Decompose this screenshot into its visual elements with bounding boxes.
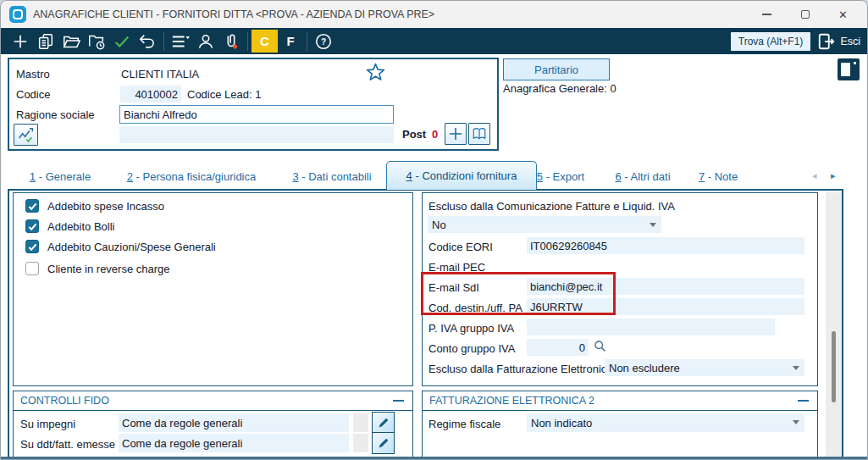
escluso-comunicazione-select[interactable]: No	[428, 216, 661, 233]
tab-altri-dati[interactable]: 6 - Altri dati	[605, 163, 681, 189]
checkbox-addebito-cauzioni[interactable]	[25, 240, 39, 253]
conto-gruppo-label: Conto gruppo IVA	[428, 342, 515, 355]
post-list-button[interactable]	[468, 123, 490, 145]
partitario-button[interactable]: Partitario	[503, 58, 610, 80]
selected-value: No	[432, 219, 446, 231]
open-button[interactable]	[58, 30, 84, 53]
search-icon	[593, 339, 607, 353]
check-icon	[28, 222, 37, 231]
undo-button[interactable]	[135, 30, 160, 53]
scrollbar-thumb[interactable]	[832, 331, 836, 402]
tab-number: 4	[406, 169, 412, 182]
collapse-icon[interactable]	[798, 400, 809, 402]
tab-condizioni-fornitura[interactable]: 4 - Condizioni fornitura	[386, 161, 537, 190]
tab-note[interactable]: 7 - Note	[688, 163, 748, 189]
selected-value: Non escludere	[609, 362, 680, 374]
ragione-sociale-label: Ragione sociale	[16, 108, 95, 121]
tab-export[interactable]: 5 - Export	[527, 163, 594, 189]
contacts-button[interactable]	[193, 30, 218, 53]
statistics-button[interactable]	[14, 124, 38, 146]
controlli-fido-section: CONTROLLI FIDO Su impegni Come da regole…	[13, 391, 413, 460]
attachments-button[interactable]	[218, 30, 244, 53]
checkbox-addebito-spese-incasso[interactable]	[25, 199, 39, 213]
window-title: ANAGRAFICHE CLIENTI - FORNITORI DITTA <P…	[33, 1, 434, 28]
toolbar-separator	[163, 32, 164, 51]
tab-label: - Persona fisica/giuridica	[133, 170, 256, 183]
main-toolbar: C F ? Trova (Alt+F1) Esci	[1, 28, 867, 54]
new-record-button[interactable]	[8, 30, 33, 53]
section-title: FATTURAZIONE ELETTRONICA 2	[429, 395, 594, 407]
toolbar-separator	[307, 32, 307, 51]
su-ddt-label: Su ddt/fatt. emesse	[20, 438, 115, 451]
piva-gruppo-field[interactable]	[527, 319, 775, 335]
minimize-button[interactable]	[748, 1, 786, 28]
regime-fiscale-select[interactable]: Non indicato	[527, 413, 804, 432]
side-panel-toggle-button[interactable]	[838, 58, 860, 80]
anagrafica-header-box: Mastro CLIENTI ITALIA Codice 4010002 Cod…	[8, 58, 499, 151]
su-impegni-edit-button[interactable]	[372, 412, 395, 434]
tab-generale[interactable]: 1 - Generale	[26, 163, 94, 189]
open-recent-button[interactable]	[84, 30, 109, 53]
close-button[interactable]: ✕	[824, 1, 862, 28]
folder-clock-icon	[87, 32, 106, 51]
chevron-down-icon	[793, 420, 799, 424]
su-impegni-field[interactable]: Come da regole generali	[119, 413, 349, 432]
favorite-star-icon[interactable]	[365, 62, 386, 86]
checkbox-label: Cliente in reverse charge	[47, 263, 170, 275]
folder-open-icon	[62, 32, 80, 51]
tabs-scroll-left-icon[interactable]: ◂	[812, 168, 817, 183]
su-ddt-field[interactable]: Come da regole generali	[119, 434, 349, 452]
tab-content-area: Addebito spese Incasso Addebito Bolli Ad…	[8, 189, 843, 460]
paperclip-icon	[222, 32, 240, 51]
fatturazione-elettronica2-section: FATTURAZIONE ELETTRONICA 2 Regime fiscal…	[422, 391, 818, 460]
tab-label: - Altri dati	[622, 170, 671, 183]
codice-lead-value: Codice Lead: 1	[187, 88, 261, 101]
copy-record-button[interactable]	[33, 30, 58, 53]
collapse-icon[interactable]	[393, 400, 404, 402]
disabled-cell	[353, 434, 368, 452]
help-button[interactable]: ?	[311, 30, 336, 53]
checkbox-reverse-charge[interactable]	[25, 262, 39, 275]
checkbox-label: Addebito Bolli	[47, 220, 115, 233]
f-module-button[interactable]: F	[278, 30, 303, 53]
confirm-button[interactable]	[109, 30, 135, 53]
maximize-icon	[801, 10, 810, 19]
tabs-scroll-right-icon[interactable]: ▸	[831, 168, 836, 183]
undo-icon	[138, 32, 157, 51]
tab-number: 2	[127, 170, 133, 183]
escluso-fatturazione-label: Escluso dalla Fatturazione Elettronica	[428, 363, 613, 375]
escluso-fatturazione-select[interactable]: Non escludere	[605, 359, 804, 376]
menu-button[interactable]	[168, 30, 193, 53]
codice-eori-field[interactable]: IT00629260845	[527, 237, 804, 254]
help-icon: ?	[314, 32, 333, 51]
selected-value: Non indicato	[531, 417, 592, 430]
su-ddt-edit-button[interactable]	[372, 432, 395, 454]
post-count: 0	[432, 128, 438, 141]
ragione-sociale-input[interactable]: Bianchi Alfredo	[119, 105, 394, 124]
toolbar-separator	[247, 32, 248, 51]
copy-icon	[36, 32, 55, 51]
esci-button[interactable]: Esci	[817, 32, 860, 51]
anagrafica-generale-value: Anagrafica Generale: 0	[503, 82, 616, 95]
c-module-button[interactable]: C	[252, 30, 278, 53]
mastro-label: Mastro	[16, 68, 50, 80]
conto-gruppo-search-button[interactable]	[593, 339, 607, 357]
tab-number: 1	[30, 170, 36, 183]
vertical-scrollbar[interactable]	[826, 192, 842, 459]
esci-label: Esci	[840, 36, 860, 47]
extra-field[interactable]	[119, 126, 394, 143]
app-logo-icon	[9, 6, 26, 23]
su-impegni-label: Su impegni	[20, 418, 75, 430]
chevron-down-icon	[650, 223, 656, 227]
codice-field[interactable]: 4010002	[120, 86, 181, 103]
tab-label: - Export	[543, 170, 584, 183]
trova-button[interactable]: Trova (Alt+F1)	[731, 32, 811, 51]
checkbox-addebito-bolli[interactable]	[25, 219, 39, 233]
window-bottom-edge	[1, 457, 867, 460]
maximize-button[interactable]	[786, 1, 824, 28]
add-post-button[interactable]	[445, 123, 467, 145]
checkbox-label: Addebito spese Incasso	[47, 200, 164, 213]
tab-dati-contabili[interactable]: 3 - Dati contabili	[281, 163, 383, 189]
conto-gruppo-field[interactable]: 0	[527, 339, 589, 356]
tab-persona-fisica[interactable]: 2 - Persona fisica/giuridica	[119, 163, 264, 189]
